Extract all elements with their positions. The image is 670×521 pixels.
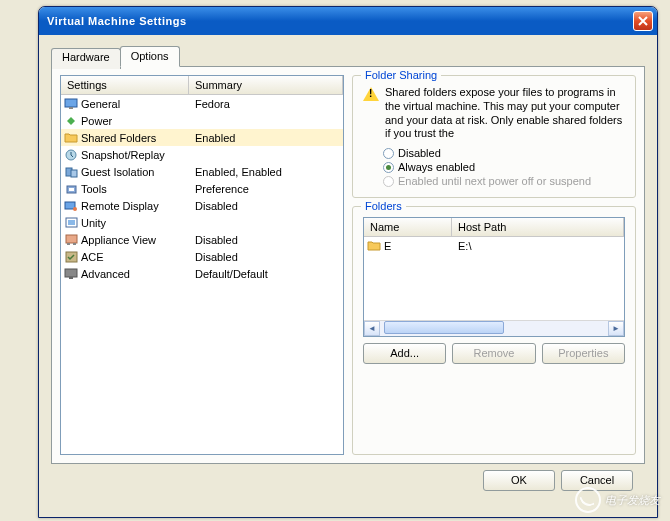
folder-buttons: Add... Remove Properties [363, 343, 625, 364]
scroll-thumb[interactable] [384, 321, 504, 334]
content-area: Hardware Options Settings Summary Genera… [39, 35, 657, 499]
folder-row[interactable]: E E:\ [364, 237, 624, 254]
folders-body: E E:\ [364, 237, 624, 320]
svg-rect-13 [67, 243, 70, 245]
properties-button: Properties [542, 343, 625, 364]
folders-legend: Folders [361, 200, 406, 212]
remote-icon [63, 198, 79, 214]
list-header: Settings Summary [61, 76, 343, 95]
warning-icon [363, 87, 379, 101]
clock-icon [63, 147, 79, 163]
scroll-right-button[interactable]: ► [608, 321, 624, 336]
svg-marker-2 [67, 117, 75, 125]
list-item-appliance-view[interactable]: Appliance ViewDisabled [61, 231, 343, 248]
warning-text: Shared folders expose your files to prog… [385, 86, 625, 141]
advanced-icon [63, 266, 79, 282]
radio-disabled[interactable]: Disabled [383, 147, 625, 159]
folders-group: Folders Name Host Path E E:\ [352, 206, 636, 455]
list-body: GeneralFedora Power Shared FoldersEnable… [61, 95, 343, 282]
list-item-advanced[interactable]: AdvancedDefault/Default [61, 265, 343, 282]
svg-rect-7 [69, 188, 74, 191]
power-icon [63, 113, 79, 129]
ok-button[interactable]: OK [483, 470, 555, 491]
tab-options[interactable]: Options [120, 46, 180, 67]
col-hostpath[interactable]: Host Path [452, 218, 624, 237]
list-item-ace[interactable]: ACEDisabled [61, 248, 343, 265]
svg-point-9 [73, 207, 77, 211]
list-item-unity[interactable]: Unity [61, 214, 343, 231]
ace-icon [63, 249, 79, 265]
sharing-legend: Folder Sharing [361, 69, 441, 81]
svg-rect-1 [69, 107, 73, 109]
list-item-shared-folders[interactable]: Shared FoldersEnabled [61, 129, 343, 146]
dialog-buttons: OK Cancel [51, 464, 645, 491]
add-button[interactable]: Add... [363, 343, 446, 364]
radio-always[interactable]: Always enabled [383, 161, 625, 173]
settings-window: Virtual Machine Settings Hardware Option… [38, 6, 658, 518]
scroll-left-button[interactable]: ◄ [364, 321, 380, 336]
isolation-icon [63, 164, 79, 180]
radio-icon [383, 148, 394, 159]
settings-list: Settings Summary GeneralFedora Power [60, 75, 344, 455]
close-button[interactable] [633, 11, 653, 31]
appliance-icon [63, 232, 79, 248]
col-summary[interactable]: Summary [189, 76, 343, 95]
scroll-track[interactable] [380, 321, 608, 336]
folders-header: Name Host Path [364, 218, 624, 237]
list-item-remote-display[interactable]: Remote DisplayDisabled [61, 197, 343, 214]
folders-list: Name Host Path E E:\ ◄ [363, 217, 625, 337]
cancel-button[interactable]: Cancel [561, 470, 633, 491]
svg-rect-0 [65, 99, 77, 107]
warning-row: Shared folders expose your files to prog… [363, 86, 625, 141]
radio-icon [383, 176, 394, 187]
svg-rect-11 [68, 220, 75, 225]
monitor-icon [63, 96, 79, 112]
list-item-guest-isolation[interactable]: Guest IsolationEnabled, Enabled [61, 163, 343, 180]
tools-icon [63, 181, 79, 197]
right-column: Folder Sharing Shared folders expose you… [352, 75, 636, 455]
folder-sharing-group: Folder Sharing Shared folders expose you… [352, 75, 636, 198]
svg-rect-12 [66, 235, 77, 243]
folder-icon [63, 130, 79, 146]
col-name[interactable]: Name [364, 218, 452, 237]
remove-button: Remove [452, 343, 535, 364]
svg-rect-16 [65, 269, 77, 277]
radio-until-poweroff: Enabled until next power off or suspend [383, 175, 625, 187]
col-settings[interactable]: Settings [61, 76, 189, 95]
svg-rect-14 [73, 243, 76, 245]
hscrollbar[interactable]: ◄ ► [364, 320, 624, 336]
svg-rect-5 [71, 170, 77, 177]
tab-strip: Hardware Options [51, 46, 645, 67]
tab-panel: Settings Summary GeneralFedora Power [51, 66, 645, 464]
unity-icon [63, 215, 79, 231]
close-icon [638, 16, 648, 26]
left-column: Settings Summary GeneralFedora Power [60, 75, 344, 455]
svg-rect-17 [69, 277, 73, 279]
folder-icon [366, 238, 382, 254]
radio-icon [383, 162, 394, 173]
list-item-power[interactable]: Power [61, 112, 343, 129]
list-item-tools[interactable]: ToolsPreference [61, 180, 343, 197]
titlebar: Virtual Machine Settings [39, 7, 657, 35]
tab-hardware[interactable]: Hardware [51, 48, 121, 69]
list-item-general[interactable]: GeneralFedora [61, 95, 343, 112]
list-item-snapshot[interactable]: Snapshot/Replay [61, 146, 343, 163]
window-title: Virtual Machine Settings [47, 15, 633, 27]
